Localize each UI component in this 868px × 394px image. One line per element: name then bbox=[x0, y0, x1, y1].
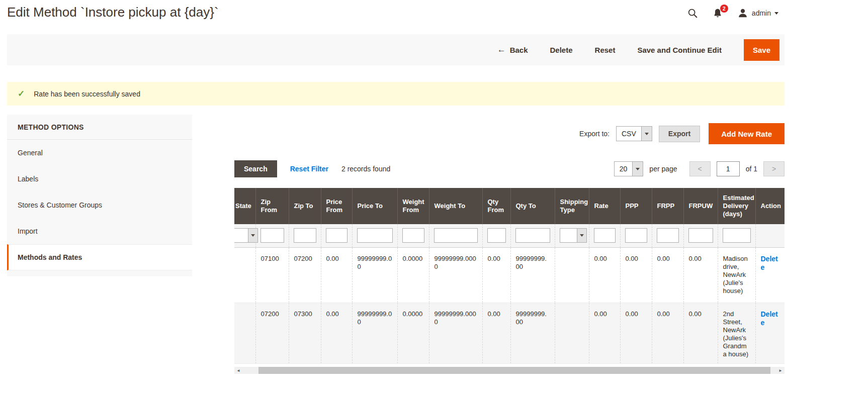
sidebar-item-label: Stores & Customer Groups bbox=[18, 201, 102, 209]
cell-weight-to: 99999999.0000 bbox=[429, 303, 482, 364]
cell-qty-from: 0.00 bbox=[482, 303, 510, 364]
sidebar-item-labels[interactable]: Labels bbox=[7, 166, 192, 192]
filter-price-from-input[interactable] bbox=[326, 228, 348, 243]
scroll-right-icon[interactable]: ► bbox=[776, 367, 785, 374]
column-header-weight-to[interactable]: Weight To bbox=[429, 188, 482, 224]
sidebar-item-stores-customer-groups[interactable]: Stores & Customer Groups bbox=[7, 192, 192, 218]
filter-frpp-input[interactable] bbox=[657, 228, 679, 243]
delete-row-link[interactable]: Delete bbox=[761, 255, 778, 271]
filter-zip-to-input[interactable] bbox=[294, 228, 316, 243]
column-header-price-from[interactable]: Price From bbox=[321, 188, 352, 224]
cell-price-from: 0.00 bbox=[321, 303, 352, 364]
filter-frpuw-input[interactable] bbox=[688, 228, 713, 243]
sidebar-item-label: Methods and Rates bbox=[18, 253, 82, 261]
page-number-input[interactable] bbox=[717, 161, 740, 176]
rates-grid-area: Export to: CSV Export Add New Rate Searc… bbox=[234, 115, 785, 374]
table-filter-row bbox=[234, 224, 785, 247]
filter-weight-to-input[interactable] bbox=[434, 228, 478, 243]
reset-filter-link[interactable]: Reset Filter bbox=[290, 165, 328, 173]
export-to-label: Export to: bbox=[579, 130, 610, 138]
save-button[interactable]: Save bbox=[744, 39, 779, 61]
column-header-frpp[interactable]: FRPP bbox=[652, 188, 683, 224]
filter-qty-from-input[interactable] bbox=[487, 228, 506, 243]
filter-state-select[interactable] bbox=[234, 228, 258, 243]
table-header-row: State Zip From Zip To Price From Price T… bbox=[234, 188, 785, 224]
filter-shipping-type-select[interactable] bbox=[560, 228, 587, 243]
column-header-qty-to[interactable]: Qty To bbox=[510, 188, 555, 224]
cell-frpuw: 0.00 bbox=[683, 247, 718, 303]
column-header-zip-from[interactable]: Zip From bbox=[255, 188, 289, 224]
reset-button[interactable]: Reset bbox=[595, 46, 616, 54]
admin-account-menu[interactable]: admin bbox=[737, 8, 778, 19]
cell-estimated-delivery: 2nd Street, NewArk (Julies's Grandma hou… bbox=[718, 303, 755, 364]
add-new-rate-button[interactable]: Add New Rate bbox=[709, 123, 785, 144]
column-header-state[interactable]: State bbox=[234, 188, 255, 224]
filter-estimated-delivery-input[interactable] bbox=[723, 228, 751, 243]
scrollbar-track[interactable] bbox=[242, 367, 776, 374]
column-header-price-to[interactable]: Price To bbox=[352, 188, 397, 224]
user-icon bbox=[737, 8, 748, 19]
column-header-weight-from[interactable]: Weight From bbox=[397, 188, 429, 224]
cell-estimated-delivery: Madison drive, NewArk (Julie's house) bbox=[718, 247, 755, 303]
cell-price-to: 99999999.00 bbox=[352, 303, 397, 364]
delete-row-link[interactable]: Delete bbox=[761, 310, 778, 327]
back-button[interactable]: ← Back bbox=[497, 45, 528, 55]
column-header-zip-to[interactable]: Zip To bbox=[289, 188, 321, 224]
delete-button[interactable]: Delete bbox=[550, 46, 573, 54]
cell-ppp: 0.00 bbox=[620, 247, 652, 303]
previous-page-button[interactable]: < bbox=[689, 161, 711, 176]
export-format-select[interactable]: CSV bbox=[616, 126, 652, 141]
chevron-down-icon bbox=[774, 12, 778, 15]
filter-weight-from-input[interactable] bbox=[402, 228, 424, 243]
filter-ppp-input[interactable] bbox=[625, 228, 647, 243]
notifications-icon[interactable]: 2 bbox=[712, 8, 723, 19]
header-actions: 2 admin bbox=[687, 5, 785, 19]
chevron-down-icon bbox=[632, 162, 643, 176]
pagination-controls: 20 per page < of 1 > bbox=[614, 161, 785, 176]
cell-state bbox=[234, 303, 255, 364]
search-button[interactable]: Search bbox=[234, 160, 277, 177]
cell-ppp: 0.00 bbox=[620, 303, 652, 364]
filter-rate-input[interactable] bbox=[594, 228, 616, 243]
per-page-label: per page bbox=[649, 165, 677, 173]
notification-badge: 2 bbox=[720, 5, 728, 13]
page-actions-toolbar: ← Back Delete Reset Save and Continue Ed… bbox=[7, 34, 785, 65]
column-header-qty-from[interactable]: Qty From bbox=[482, 188, 510, 224]
sidebar-item-import[interactable]: Import bbox=[7, 218, 192, 244]
grid-controls: Search Reset Filter 2 records found 20 p… bbox=[234, 160, 785, 177]
chevron-down-icon bbox=[577, 228, 587, 243]
scroll-left-icon[interactable]: ◄ bbox=[234, 367, 242, 374]
filter-price-to-input[interactable] bbox=[357, 228, 393, 243]
cell-price-to: 99999999.00 bbox=[352, 247, 397, 303]
cell-zip-to: 07200 bbox=[289, 247, 321, 303]
search-icon[interactable] bbox=[687, 8, 698, 19]
cell-zip-from: 07200 bbox=[255, 303, 289, 364]
export-button[interactable]: Export bbox=[659, 126, 700, 142]
sidebar-item-label: Labels bbox=[18, 175, 38, 183]
cell-frpp: 0.00 bbox=[652, 247, 683, 303]
filter-qty-to-input[interactable] bbox=[515, 228, 550, 243]
sidebar-item-general[interactable]: General bbox=[7, 140, 192, 166]
cell-qty-from: 0.00 bbox=[482, 247, 510, 303]
per-page-select[interactable]: 20 bbox=[614, 161, 644, 176]
column-header-frpuw[interactable]: FRPUW bbox=[683, 188, 718, 224]
back-arrow-icon: ← bbox=[497, 45, 506, 55]
check-icon: ✓ bbox=[18, 88, 25, 99]
scrollbar-thumb[interactable] bbox=[258, 367, 770, 374]
filter-zip-from-input[interactable] bbox=[261, 228, 284, 243]
cell-frpuw: 0.00 bbox=[683, 303, 718, 364]
column-header-estimated-delivery[interactable]: Estimated Delivery (days) bbox=[718, 188, 755, 224]
sidebar-item-label: General bbox=[18, 149, 43, 157]
horizontal-scrollbar[interactable]: ◄ ► bbox=[234, 367, 785, 374]
chevron-down-icon bbox=[641, 127, 652, 141]
column-header-shipping-type[interactable]: Shipping Type bbox=[555, 188, 589, 224]
column-header-ppp[interactable]: PPP bbox=[620, 188, 652, 224]
cell-zip-from: 07100 bbox=[255, 247, 289, 303]
next-page-button[interactable]: > bbox=[763, 161, 785, 176]
column-header-rate[interactable]: Rate bbox=[589, 188, 620, 224]
column-header-action[interactable]: Action bbox=[755, 188, 785, 224]
filter-controls: Search Reset Filter 2 records found bbox=[234, 160, 390, 177]
save-and-continue-button[interactable]: Save and Continue Edit bbox=[637, 46, 722, 54]
sidebar-item-methods-and-rates[interactable]: Methods and Rates bbox=[7, 244, 192, 270]
filter-action-cell bbox=[755, 224, 785, 247]
